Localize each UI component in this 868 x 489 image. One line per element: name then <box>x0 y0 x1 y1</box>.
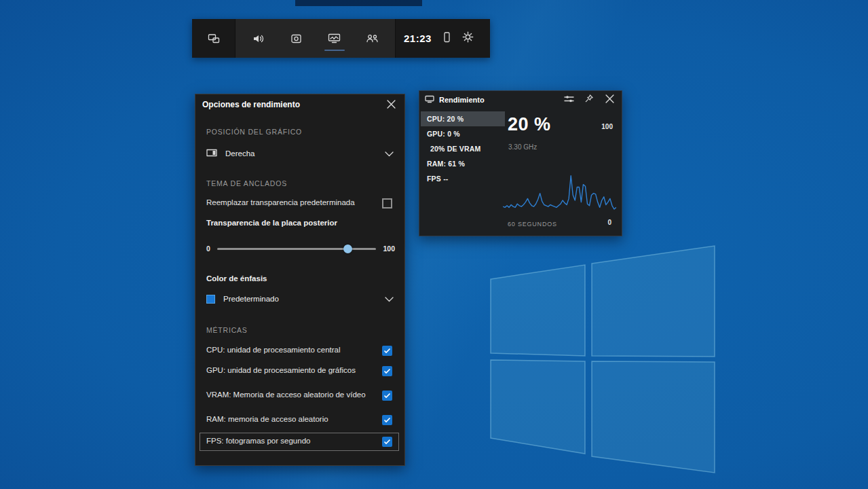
widget-title: Rendimiento <box>439 96 485 104</box>
metric-label-ram: RAM: memoria de acceso aleatorio <box>206 414 376 424</box>
capture-icon <box>290 33 302 44</box>
social-button[interactable] <box>354 19 392 58</box>
override-transparency-row: Reemplazar transparencia predeterminada <box>206 198 395 208</box>
metric-checkbox-cpu[interactable] <box>382 346 392 356</box>
metric-label-gpu: GPU: unidad de procesamiento de gráficos <box>206 365 376 376</box>
active-tab-underline <box>324 50 345 51</box>
stat-row-ram[interactable]: RAM: 61 % <box>421 156 505 171</box>
cpu-frequency: 3.30 GHz <box>508 143 537 151</box>
close-icon <box>387 99 396 111</box>
cpu-big-value: 20 % <box>508 114 551 135</box>
desktop: { "toolbar": { "time": "21:23", "icons":… <box>0 0 868 489</box>
accent-color-value: Predeterminado <box>223 295 279 303</box>
pin-button[interactable] <box>582 93 596 107</box>
slider-min-label: 0 <box>206 244 210 253</box>
close-icon <box>605 94 614 106</box>
offscreen-widget-edge <box>295 0 422 6</box>
metric-row-vram: VRAM: Memoria de acceso aleatorio de víd… <box>206 390 395 400</box>
settings-gear-icon <box>462 33 474 45</box>
performance-options-panel: Opciones de rendimiento POSICIÓN DEL GRÁ… <box>195 94 405 466</box>
metric-checkbox-gpu[interactable] <box>382 366 392 376</box>
metric-label-cpu: CPU: unidad de procesamiento central <box>206 345 376 355</box>
sliders-icon <box>564 94 574 106</box>
stat-row-fps[interactable]: FPS -- <box>421 171 505 186</box>
graph-position-value: Derecha <box>225 149 254 158</box>
graph-position-right-icon <box>206 147 217 160</box>
metric-label-fps: FPS: fotogramas por segundo <box>206 436 376 446</box>
widget-options-button[interactable] <box>562 93 575 107</box>
slider-track[interactable] <box>217 248 377 250</box>
transparency-slider-label: Transparencia de la placa posterior <box>206 219 337 227</box>
metric-row-fps: FPS: fotogramas por segundo <box>206 436 395 446</box>
graph-position-section-label: POSICIÓN DEL GRÁFICO <box>206 128 302 136</box>
metrics-section-label: MÉTRICAS <box>206 326 248 334</box>
transparency-slider-row: 0 100 <box>206 242 395 255</box>
performance-widget-icon <box>425 94 434 106</box>
stat-row-cpu[interactable]: CPU: 20 % <box>421 111 505 126</box>
metric-row-gpu: GPU: unidad de procesamiento de gráficos <box>206 365 395 376</box>
capture-button[interactable] <box>278 19 316 58</box>
graph-position-dropdown[interactable]: Derecha <box>206 145 395 162</box>
transparency-slider[interactable] <box>217 242 377 255</box>
pin-icon <box>584 94 594 106</box>
metric-row-cpu: CPU: unidad de procesamiento central <box>206 345 395 355</box>
phone-button[interactable] <box>442 31 451 46</box>
clock: 21:23 <box>404 33 432 44</box>
y-axis-max-label: 100 <box>601 123 613 130</box>
game-bar-toolbar: 21:23 <box>192 19 490 58</box>
metric-checkbox-ram[interactable] <box>382 415 392 425</box>
performance-widget: Rendimiento <box>419 90 622 236</box>
x-axis-label: 60 SEGUNDOS <box>508 221 557 228</box>
performance-button[interactable] <box>316 19 354 58</box>
widgets-menu-icon <box>207 33 221 45</box>
metric-label-vram: VRAM: Memoria de acceso aleatorio de víd… <box>206 390 376 400</box>
widget-close-button[interactable] <box>603 93 616 107</box>
windows-logo <box>475 241 726 479</box>
settings-button[interactable] <box>462 31 474 46</box>
chevron-down-icon <box>385 147 394 160</box>
stat-row-gpu[interactable]: GPU: 0 % <box>421 126 505 141</box>
audio-button[interactable] <box>240 19 278 58</box>
override-transparency-checkbox[interactable] <box>382 198 392 209</box>
transparency-slider-thumb[interactable] <box>343 244 352 253</box>
stat-row-vram[interactable]: 20% DE VRAM <box>421 141 505 156</box>
metric-checkbox-fps[interactable] <box>382 437 392 447</box>
chevron-down-icon <box>385 293 394 305</box>
slider-max-label: 100 <box>383 244 395 253</box>
metric-row-ram: RAM: memoria de acceso aleatorio <box>206 414 395 424</box>
accent-color-label: Color de énfasis <box>206 274 267 283</box>
metric-stat-list: CPU: 20 % GPU: 0 % 20% DE VRAM RAM: 61 %… <box>421 111 505 186</box>
panel-title: Opciones de rendimiento <box>202 100 300 109</box>
social-icon <box>366 33 379 43</box>
y-axis-min-label: 0 <box>607 219 611 226</box>
performance-icon <box>328 33 341 44</box>
audio-icon <box>252 33 265 44</box>
accent-color-dropdown[interactable]: Predeterminado <box>206 290 395 308</box>
close-button[interactable] <box>384 98 398 112</box>
pinned-theme-section-label: TEMA DE ANCLADOS <box>206 179 287 187</box>
metric-checkbox-vram[interactable] <box>382 391 392 401</box>
accent-color-swatch <box>206 295 215 304</box>
override-transparency-label: Reemplazar transparencia predeterminada <box>206 198 356 208</box>
phone-icon <box>442 34 451 46</box>
widgets-menu-button[interactable] <box>195 19 233 58</box>
